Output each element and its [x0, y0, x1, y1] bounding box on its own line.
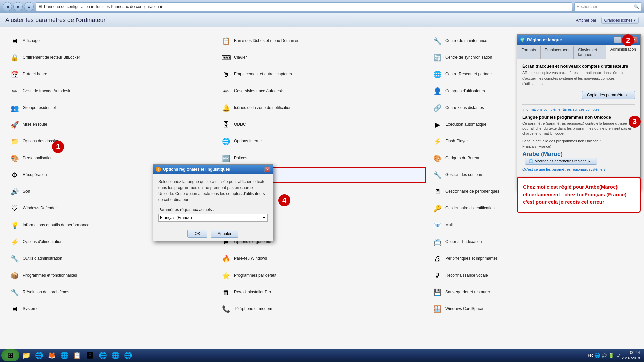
back-button[interactable]: ◀: [3, 2, 12, 11]
security-icon: 🛡: [615, 353, 620, 358]
control-mail[interactable]: 📧 Mail: [429, 217, 637, 233]
battery-icon: 🔋: [608, 353, 614, 358]
control-barretaches[interactable]: 📋 Barre des tâches et menu Démarrer: [218, 33, 426, 49]
step-1: 1: [52, 141, 64, 153]
control-revo[interactable]: 🗑 Revo Uninstaller Pro: [218, 284, 426, 300]
dialog-overlay: ! Options régionales et linguistiques ✕ …: [153, 164, 273, 241]
tab-claviers[interactable]: Claviers et langues: [574, 46, 606, 59]
control-options-index[interactable]: 📇 Options d'indexation: [429, 234, 637, 250]
volume-icon: 🔊: [601, 353, 607, 358]
control-affichage[interactable]: 🖥 Affichage: [7, 33, 215, 49]
address-bar[interactable]: 🖥 Panneau de configuration ▶ Tous les Pa…: [36, 2, 572, 11]
info-link[interactable]: Informations complémentaires sur ces com…: [522, 107, 635, 111]
taskbar-app2-icon[interactable]: 🌐: [97, 349, 109, 361]
minimize-button[interactable]: ─: [614, 36, 622, 43]
clock-date: 23/07/2018: [622, 356, 640, 360]
start-button[interactable]: ⊞: [1, 349, 19, 361]
control-telephone[interactable]: 📞 Téléphone et modem: [218, 301, 426, 317]
programmes-fonc-icon: 📦: [9, 270, 20, 281]
control-sauvegarder[interactable]: 💾 Sauvegarder et restaurer: [429, 284, 637, 300]
taskbar-access-icon[interactable]: 🅰: [84, 349, 96, 361]
region-window-title: Région et langue: [527, 37, 562, 42]
taskbar: ⊞ 📁 🌐 🦊 🌐 📋 🅰 🌐 🌐 🌐 FR 🌐 🔊 🔋 🛡 00:44 23/…: [0, 349, 644, 362]
section1-title: Écran d'accueil et nouveaux comptes d'ut…: [522, 64, 635, 69]
tab-formats[interactable]: Formats: [517, 46, 540, 59]
dialog-content: Sélectionnez la langue qui sera utilisée…: [153, 174, 273, 226]
comptes-icon: 👤: [432, 86, 443, 97]
taskbar-explorer-icon[interactable]: 📁: [20, 349, 32, 361]
control-polices[interactable]: 🔤 Polices: [218, 150, 426, 166]
flash-icon: ⚡: [432, 136, 443, 147]
taskbar-firefox-icon[interactable]: 🦊: [46, 349, 58, 361]
control-parefeu[interactable]: 🔥 Pare-feu Windows: [218, 251, 426, 267]
control-perso[interactable]: 🎨 Personnalisation: [7, 150, 215, 166]
forward-button[interactable]: ▶: [13, 2, 23, 11]
copy-params-button[interactable]: Copier les paramètres...: [582, 91, 635, 99]
region-content: Écran d'accueil et nouveaux comptes d'ut…: [517, 59, 640, 176]
control-gest-tracage[interactable]: ✏ Gest. de traçage Autodesk: [7, 83, 215, 99]
tab-emplacement[interactable]: Emplacement: [540, 46, 574, 59]
control-dateheure[interactable]: 📅 Date et heure: [7, 66, 215, 82]
dialog-select[interactable]: Français (France) ▼: [158, 214, 268, 222]
page-title: Ajuster les paramètres de l'ordinateur: [5, 17, 106, 24]
dialog-close-button[interactable]: ✕: [264, 166, 270, 172]
taskbar-app1-icon[interactable]: 📋: [71, 349, 83, 361]
dropdown-chevron-icon: ▼: [262, 215, 266, 220]
tab-administration[interactable]: Administration: [606, 45, 640, 59]
control-cardspace[interactable]: 🪟 Windows CardSpace: [429, 301, 637, 317]
control-options-internet[interactable]: 🌐 Options Internet: [218, 133, 426, 149]
outils-admin-icon: 🔧: [9, 253, 20, 264]
reconnaissance-icon: 🎙: [432, 270, 443, 281]
polices-icon: 🔤: [221, 153, 231, 164]
modify-icon: 🌐: [529, 159, 533, 163]
gestion-couleurs-icon: 🔧: [432, 170, 443, 180]
dialog-text: Sélectionnez la langue qui sera utilisée…: [158, 179, 268, 203]
system-clock[interactable]: 00:44 23/07/2018: [622, 350, 640, 360]
control-gest-styles[interactable]: ✏ Gest. styles tracé Autodesk: [218, 83, 426, 99]
control-outils-admin[interactable]: 🔧 Outils d'administration: [7, 251, 215, 267]
dialog-params-label: Paramètres régionaux actuels :: [158, 207, 268, 212]
taskbar-app3-icon[interactable]: 🌐: [109, 349, 121, 361]
system-params-link[interactable]: Qu'est-ce que les paramètres régionaux s…: [522, 167, 635, 171]
control-periph-imprim[interactable]: 🖨 Périphériques et imprimantes: [429, 251, 637, 267]
dialog-ok-button[interactable]: OK: [187, 230, 207, 238]
taskbar-ie-icon[interactable]: 🌐: [33, 349, 45, 361]
copy-btn-row: Copier les paramètres...: [522, 91, 635, 99]
dialog-select-value: Français (France): [160, 215, 192, 220]
recuperation-icon: ⚙: [9, 170, 20, 180]
control-clavier[interactable]: ⌨ Clavier: [218, 50, 426, 66]
control-programmes-defaut[interactable]: ⭐ Programmes par défaut: [218, 267, 426, 284]
taskbar-app4-icon[interactable]: 🌐: [122, 349, 134, 361]
control-systeme[interactable]: 🖥 Système: [7, 301, 215, 317]
clock-time: 00:44: [622, 350, 640, 356]
search-placeholder: Rechercher: [577, 4, 597, 9]
view-dropdown[interactable]: Grandes icônes ▾: [601, 17, 639, 24]
control-odbc[interactable]: 🗄 ODBC: [218, 117, 426, 133]
control-groupe[interactable]: 👥 Groupe résidentiel: [7, 100, 215, 116]
control-reconnaissance[interactable]: 🎙 Reconnaissance vocale: [429, 267, 637, 284]
programmes-defaut-icon: ⭐: [221, 270, 231, 281]
control-mise-route[interactable]: 🚀 Mise en route: [7, 117, 215, 133]
afficher-label: Afficher par :: [576, 18, 599, 23]
region-tabs: Formats Emplacement Claviers et langues …: [517, 45, 640, 59]
telephone-icon: 📞: [221, 304, 231, 314]
son-icon: 🔊: [9, 186, 20, 197]
control-options-dossiers[interactable]: 📁 Options des dossiers: [7, 133, 215, 149]
dialog-icon: !: [156, 167, 161, 172]
control-icones-notif[interactable]: 🔔 Icônes de la zone de notification: [218, 100, 426, 116]
taskbar-chrome-icon[interactable]: 🌐: [58, 349, 70, 361]
annotation-text: Chez moi c'est réglé pour Arabe(Maroc)et…: [523, 183, 634, 206]
barretaches-icon: 📋: [221, 36, 231, 46]
step-3: 3: [629, 116, 641, 128]
control-emplacement[interactable]: 🖱 Emplacement et autres capteurs: [218, 66, 426, 82]
current-lang-label: Langue actuelle des programmes non Unico…: [522, 139, 635, 143]
dialog-annuler-button[interactable]: Annuler: [211, 230, 238, 238]
bitlocker-icon: 🔒: [9, 52, 20, 63]
control-resolution[interactable]: 🔧 Résolution des problèmes: [7, 284, 215, 300]
up-button[interactable]: ▲: [24, 2, 34, 11]
gest-tracage-icon: ✏: [9, 86, 20, 97]
modify-params-button[interactable]: 🌐 Modifier les paramètres régionaux...: [525, 158, 597, 165]
search-bar[interactable]: Rechercher 🔍: [574, 2, 641, 11]
control-programmes-fonc[interactable]: 📦 Programmes et fonctionnalités: [7, 267, 215, 284]
control-bitlocker[interactable]: 🔒 Chiffrement de lecteur BitLocker: [7, 50, 215, 66]
